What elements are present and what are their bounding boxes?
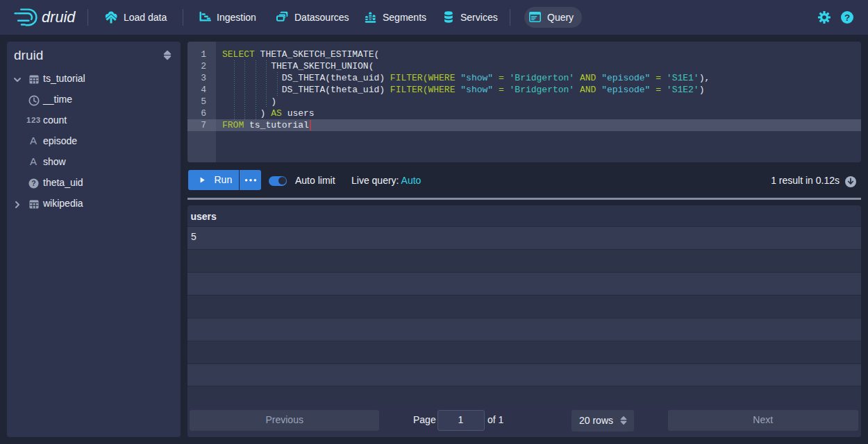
svg-text:?: ? — [844, 12, 850, 23]
svg-text:?: ? — [31, 179, 35, 187]
